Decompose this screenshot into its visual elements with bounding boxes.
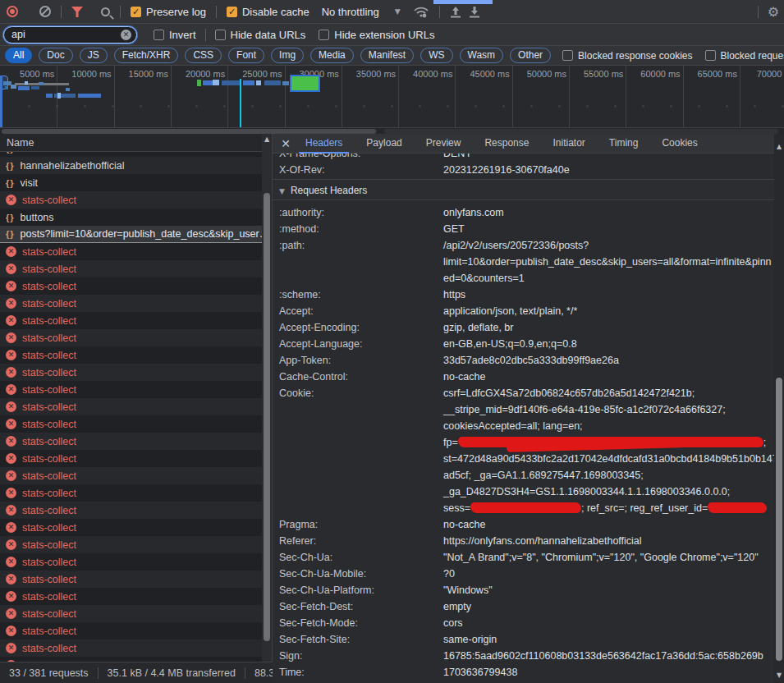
tab-timing[interactable]: Timing bbox=[603, 134, 645, 154]
request-row[interactable]: ✕stats-collect bbox=[0, 381, 262, 398]
request-row[interactable]: ✕stats-collect bbox=[0, 364, 262, 381]
chevron-down-icon[interactable]: ▼ bbox=[395, 7, 401, 16]
tab-cookies[interactable]: Cookies bbox=[655, 134, 704, 154]
header-row: Cache-Control:no-cache bbox=[279, 369, 774, 385]
header-value: 1703636799438 bbox=[443, 664, 517, 681]
request-row[interactable]: ✕stats-collect bbox=[0, 588, 262, 605]
filter-chip-css[interactable]: CSS bbox=[185, 48, 222, 63]
search-button[interactable] bbox=[101, 7, 110, 16]
scroll-down-icon[interactable]: ▼ bbox=[774, 671, 784, 681]
request-row[interactable]: {}posts?limit=10&order=publish_date_desc… bbox=[0, 226, 262, 243]
request-row[interactable]: {}visit bbox=[0, 174, 262, 191]
tab-response[interactable]: Response bbox=[478, 134, 535, 154]
tab-initiator[interactable]: Initiator bbox=[546, 134, 591, 154]
request-name: stats-collect bbox=[22, 401, 76, 413]
request-row[interactable]: ✕stats-collect bbox=[0, 536, 262, 553]
request-row[interactable]: ✕stats-collect bbox=[0, 450, 262, 467]
request-row[interactable]: ✕stats-collect bbox=[0, 484, 262, 502]
throttling-select[interactable]: No throttling bbox=[322, 6, 379, 18]
blocked-requests-checkbox[interactable]: Blocked requests bbox=[705, 50, 784, 62]
request-row[interactable]: ✕stats-collect bbox=[0, 398, 262, 415]
filter-chip-font[interactable]: Font bbox=[228, 48, 264, 63]
filter-chip-all[interactable]: All bbox=[5, 48, 32, 63]
filter-chip-doc[interactable]: Doc bbox=[39, 48, 72, 63]
filter-chip-img[interactable]: Img bbox=[271, 48, 304, 63]
request-row[interactable]: ✕stats-collect bbox=[0, 622, 262, 639]
scrollbar-thumb[interactable] bbox=[264, 193, 270, 641]
timeline-section-divider bbox=[285, 66, 286, 127]
request-row[interactable]: ✕stats-collect bbox=[0, 346, 262, 364]
timeline-tick-label: 60000 ms bbox=[640, 69, 680, 79]
request-name: stats-collect bbox=[22, 557, 76, 568]
filter-chip-manifest[interactable]: Manifest bbox=[360, 48, 414, 63]
request-row[interactable]: ✕stats-collect bbox=[0, 502, 262, 519]
request-row[interactable]: ✕stats-collect bbox=[0, 553, 262, 571]
request-row[interactable]: ✕stats-collect bbox=[0, 639, 262, 657]
tab-headers[interactable]: Headers bbox=[299, 134, 349, 154]
filter-chip-media[interactable]: Media bbox=[310, 48, 354, 63]
network-conditions-icon[interactable] bbox=[413, 5, 429, 18]
header-key: Accept: bbox=[279, 303, 443, 319]
timeline-section-divider bbox=[114, 66, 115, 127]
request-row[interactable]: {}hannahelizabethofficial bbox=[0, 157, 262, 174]
blocked-response-cookies-checkbox[interactable]: Blocked response cookies bbox=[562, 50, 692, 62]
failed-request-icon: ✕ bbox=[6, 539, 16, 550]
record-button[interactable] bbox=[7, 6, 18, 17]
request-row[interactable]: ✕stats-collect bbox=[0, 191, 262, 209]
filter-chip-other[interactable]: Other bbox=[510, 48, 551, 63]
request-row[interactable]: ✕stats-collect bbox=[0, 519, 262, 536]
close-details-icon[interactable]: ✕ bbox=[279, 137, 292, 150]
scroll-up-icon[interactable]: ▲ bbox=[262, 135, 272, 144]
failed-request-icon: ✕ bbox=[6, 522, 16, 533]
failed-request-icon: ✕ bbox=[6, 574, 16, 584]
header-row: Sec-Ch-Ua-Platform:"Windows" bbox=[279, 582, 774, 598]
failed-request-icon: ✕ bbox=[6, 419, 16, 429]
request-list-scrollbar[interactable]: ▲ bbox=[262, 134, 272, 662]
clear-log-button[interactable] bbox=[39, 6, 51, 17]
filter-toggle-icon[interactable] bbox=[71, 7, 83, 17]
filter-chip-js[interactable]: JS bbox=[80, 48, 108, 63]
settings-gear-icon[interactable]: ⚙ bbox=[768, 4, 779, 20]
filter-chip-ws[interactable]: WS bbox=[420, 48, 452, 63]
header-key: Cache-Control: bbox=[279, 369, 443, 385]
header-row: X-Of-Rev:202312261916-30670fa40e bbox=[279, 162, 774, 178]
filter-chip-wasm[interactable]: Wasm bbox=[460, 48, 504, 63]
disable-cache-checkbox[interactable]: Disable cache bbox=[227, 6, 309, 18]
overview-graph[interactable]: 5000 ms10000 ms15000 ms20000 ms25000 ms3… bbox=[0, 66, 784, 127]
filter-input[interactable]: api ✕ bbox=[3, 26, 137, 44]
request-headers-section-header[interactable]: ▼Request Headers bbox=[273, 179, 774, 200]
request-row[interactable]: ✕stats-collect bbox=[0, 433, 262, 450]
overview-horizontal-scrollbar[interactable] bbox=[0, 127, 784, 134]
overview-waterfall-bar bbox=[243, 80, 254, 85]
request-name: stats-collect bbox=[22, 332, 76, 344]
tab-payload[interactable]: Payload bbox=[360, 134, 408, 154]
name-column-header[interactable]: Name bbox=[0, 134, 262, 152]
request-row[interactable]: ✕stats-collect bbox=[0, 243, 262, 260]
json-request-icon: {} bbox=[6, 213, 15, 222]
import-har-icon[interactable] bbox=[450, 6, 461, 18]
header-value: https://onlyfans.com/hannahelizabethoffi… bbox=[443, 533, 642, 549]
request-row[interactable]: ✕stats-collect bbox=[0, 605, 262, 622]
scrollbar-thumb[interactable] bbox=[776, 378, 782, 661]
filter-chip-fetch-xhr[interactable]: Fetch/XHR bbox=[114, 48, 179, 63]
request-row[interactable]: {}buttons bbox=[0, 209, 262, 226]
details-scrollbar[interactable]: ▲ ▼ bbox=[774, 134, 784, 683]
request-row[interactable]: ✕stats-collect bbox=[0, 467, 262, 484]
hide-extension-urls-checkbox[interactable]: Hide extension URLs bbox=[319, 29, 434, 41]
request-name: stats-collect bbox=[22, 522, 76, 534]
request-row[interactable]: ✕stats-collect bbox=[0, 295, 262, 312]
request-row[interactable]: ✕stats-collect bbox=[0, 277, 262, 295]
preserve-log-checkbox[interactable]: Preserve log bbox=[131, 6, 206, 18]
export-har-icon[interactable] bbox=[469, 6, 480, 18]
request-row[interactable]: ✕stats-collect bbox=[0, 415, 262, 433]
request-name: stats-collect bbox=[22, 470, 76, 482]
request-row[interactable]: ✕stats-collect bbox=[0, 571, 262, 588]
clear-filter-icon[interactable]: ✕ bbox=[121, 30, 131, 40]
request-row[interactable]: ✕stats-collect bbox=[0, 312, 262, 329]
request-row[interactable]: ✕stats-collect bbox=[0, 260, 262, 277]
tab-preview[interactable]: Preview bbox=[420, 134, 468, 154]
invert-checkbox[interactable]: Invert bbox=[154, 29, 196, 41]
scroll-up-icon[interactable]: ▲ bbox=[774, 142, 784, 152]
hide-data-urls-checkbox[interactable]: Hide data URLs bbox=[215, 29, 306, 41]
request-row[interactable]: ✕stats-collect bbox=[0, 329, 262, 346]
